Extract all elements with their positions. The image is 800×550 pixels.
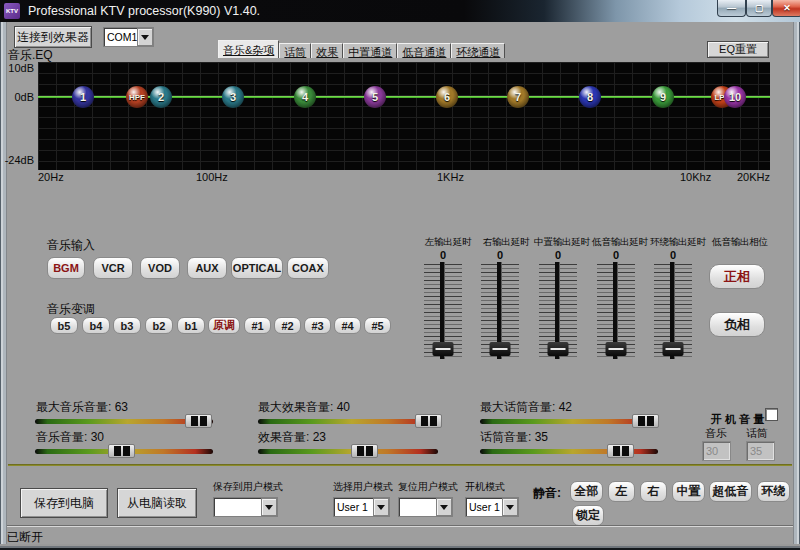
eq-ball-10[interactable]: 10	[724, 86, 746, 108]
tab-music-misc[interactable]: 音乐&杂项	[218, 40, 279, 58]
select-user-mode-select[interactable]: User 1	[333, 497, 390, 517]
delay-surround-slider[interactable]	[653, 262, 693, 359]
eq-ball-label: 7	[515, 91, 521, 103]
delay-left-value: 0	[423, 249, 463, 261]
read-from-pc-button[interactable]: 从电脑读取	[117, 488, 197, 518]
max-music-volume-slider[interactable]	[35, 414, 213, 428]
mute-right-button[interactable]: 右	[640, 481, 667, 502]
save-to-pc-button[interactable]: 保存到电脑	[20, 488, 108, 518]
input-optical-button[interactable]: OPTICAL	[231, 257, 283, 279]
dropdown-arrow-icon[interactable]	[373, 498, 389, 516]
max-mic-volume-slider[interactable]	[480, 414, 658, 428]
slider-handle[interactable]	[632, 414, 659, 428]
pitch-b4-button[interactable]: b4	[82, 317, 110, 334]
com-port-arrow-icon[interactable]	[137, 28, 153, 46]
eq-ball-7[interactable]: 7	[507, 86, 529, 108]
slider-handle[interactable]	[490, 342, 511, 356]
mute-surround-button[interactable]: 环绕	[757, 481, 790, 502]
input-vcr-button[interactable]: VCR	[93, 257, 133, 279]
eq-ball-5[interactable]: 5	[364, 86, 386, 108]
pitch-original-button[interactable]: 原调	[208, 317, 240, 334]
pitch-b2-button[interactable]: b2	[145, 317, 173, 334]
eq-ball-label: 6	[444, 91, 450, 103]
tab-surround-channel[interactable]: 环绕通道	[451, 43, 505, 58]
save-user-mode-select[interactable]	[213, 497, 278, 517]
pitch-s1-button[interactable]: #1	[244, 317, 271, 334]
input-vod-button[interactable]: VOD	[140, 257, 180, 279]
status-bar: 已断开	[7, 525, 793, 544]
reset-user-mode-select[interactable]	[398, 497, 453, 517]
slider-handle[interactable]	[607, 444, 634, 458]
pitch-s5-button[interactable]: #5	[364, 317, 391, 334]
freq-label-20khz: 20KHz	[737, 171, 770, 183]
mute-lock-button[interactable]: 锁定	[572, 505, 604, 526]
tab-effect[interactable]: 效果	[311, 43, 343, 58]
slider-handle[interactable]	[108, 444, 135, 458]
window-border-bottom	[0, 544, 800, 550]
eq-ball-hpf[interactable]: HPF	[126, 86, 148, 108]
slider-handle[interactable]	[433, 342, 454, 356]
pitch-b1-button[interactable]: b1	[177, 317, 205, 334]
dropdown-arrow-icon[interactable]	[436, 498, 452, 516]
delay-center-value: 0	[538, 249, 578, 261]
slider-handle[interactable]	[548, 342, 569, 356]
eq-ball-8[interactable]: 8	[579, 86, 601, 108]
freq-label-10khz: 10Khz	[680, 171, 711, 183]
tab-center-channel[interactable]: 中置通道	[343, 43, 397, 58]
eq-ball-label: HPF	[129, 93, 145, 102]
mute-left-button[interactable]: 左	[608, 481, 635, 502]
eq-ball-2[interactable]: 2	[150, 86, 172, 108]
connect-button[interactable]: 连接到效果器	[14, 26, 92, 48]
delay-center-slider[interactable]	[538, 262, 578, 359]
eq-ball-3[interactable]: 3	[222, 86, 244, 108]
dropdown-arrow-icon[interactable]	[502, 498, 518, 516]
input-bgm-button[interactable]: BGM	[47, 257, 85, 279]
tab-bass-channel[interactable]: 低音通道	[397, 43, 451, 58]
dropdown-arrow-icon[interactable]	[261, 498, 277, 516]
minimize-button[interactable]: —	[717, 0, 746, 17]
slider-handle[interactable]	[185, 414, 212, 428]
effect-volume-slider[interactable]	[258, 444, 438, 458]
mic-volume-slider[interactable]	[480, 444, 658, 458]
delay-bass-slider[interactable]	[596, 262, 636, 359]
eq-ball-9[interactable]: 9	[652, 86, 674, 108]
freq-label-1khz: 1KHz	[437, 171, 464, 183]
eq-ball-1[interactable]: 1	[72, 86, 94, 108]
com-port-select[interactable]: COM1	[103, 27, 154, 47]
max-effect-volume-slider[interactable]	[258, 414, 438, 428]
phase-negative-button[interactable]: 负相	[709, 312, 765, 337]
boot-mode-select[interactable]: User 1	[465, 497, 519, 517]
mute-center-button[interactable]: 中置	[672, 481, 705, 502]
eq-ball-4[interactable]: 4	[294, 86, 316, 108]
slider-handle[interactable]	[415, 414, 442, 428]
music-volume-slider[interactable]	[35, 444, 213, 458]
mute-all-button[interactable]: 全部	[570, 481, 603, 502]
eq-graph[interactable]: 1 HPF 2 3 4 5 6 7 8 9 LPF 10	[38, 62, 770, 170]
slider-handle[interactable]	[606, 342, 627, 356]
eq-reset-button[interactable]: EQ重置	[707, 41, 769, 58]
eq-ball-6[interactable]: 6	[436, 86, 458, 108]
delay-left-slider[interactable]	[423, 262, 463, 359]
mute-label: 静音:	[533, 485, 561, 502]
power-on-volume-checkbox[interactable]	[765, 408, 778, 421]
pitch-b3-button[interactable]: b3	[113, 317, 141, 334]
power-on-music-label: 音乐	[705, 426, 727, 441]
mute-subwoofer-button[interactable]: 超低音	[709, 481, 752, 502]
close-button[interactable]: ✕	[772, 0, 800, 17]
delay-right-slider[interactable]	[480, 262, 520, 359]
phase-positive-button[interactable]: 正相	[709, 264, 765, 289]
input-coax-button[interactable]: COAX	[287, 257, 329, 279]
maximize-button[interactable]: ▢	[746, 0, 772, 17]
pitch-s3-button[interactable]: #3	[304, 317, 331, 334]
pitch-s2-button[interactable]: #2	[274, 317, 301, 334]
slider-handle[interactable]	[351, 444, 378, 458]
delay-right-value: 0	[480, 249, 520, 261]
tab-microphone[interactable]: 话筒	[279, 43, 311, 58]
title-bar[interactable]: KTV Professional KTV processor(K990) V1.…	[0, 0, 800, 22]
status-text: 已断开	[7, 529, 43, 546]
pitch-b5-button[interactable]: b5	[50, 317, 78, 334]
slider-handle[interactable]	[663, 342, 684, 356]
delay-surround-value: 0	[653, 249, 693, 261]
pitch-s4-button[interactable]: #4	[334, 317, 361, 334]
input-aux-button[interactable]: AUX	[187, 257, 227, 279]
